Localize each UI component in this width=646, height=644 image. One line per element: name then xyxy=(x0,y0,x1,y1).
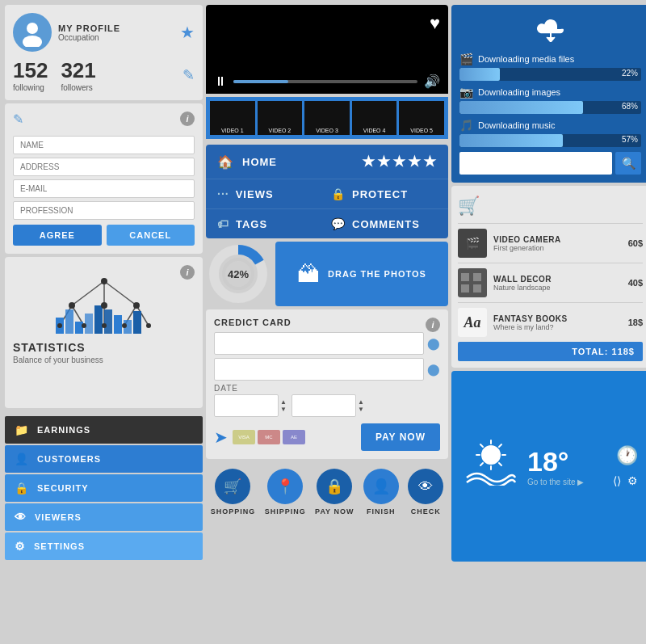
shop-header: 🛒 xyxy=(458,192,643,223)
cc-year-arrows[interactable]: ▲▼ xyxy=(358,398,364,413)
item-0-desc: First generation xyxy=(493,244,622,252)
landscape-icon: 🏔 xyxy=(297,261,320,288)
statistics-card: i xyxy=(5,257,203,408)
weather-social-icons: ⟨⟩ ⚙ xyxy=(613,474,638,487)
nav-comments[interactable]: 💬 COMMENTS xyxy=(331,217,437,230)
svg-line-40 xyxy=(480,463,483,465)
card-logos: VISA MC AE xyxy=(233,430,305,444)
settings-icon[interactable]: ⚙ xyxy=(627,474,638,487)
card-logo-1: VISA xyxy=(233,430,255,444)
shopping-step[interactable]: 🛒 SHOPPING xyxy=(211,469,256,516)
svg-line-39 xyxy=(499,444,501,447)
dl-music-bar: 57% xyxy=(459,134,641,147)
dl-images-item: 📷 Downloading images 68% xyxy=(459,86,641,114)
card-logo-3: AE xyxy=(283,430,305,444)
name-input[interactable] xyxy=(13,136,195,154)
address-input[interactable] xyxy=(13,158,195,176)
svg-point-1 xyxy=(23,36,42,47)
statistics-graphic xyxy=(40,265,169,338)
pay-now-button[interactable]: PAY NOW xyxy=(361,423,440,451)
check-step[interactable]: 👁 CHECK xyxy=(408,469,443,516)
menu-earnings[interactable]: 📁 EARNINGS xyxy=(5,416,203,444)
agree-button[interactable]: AGREE xyxy=(13,225,102,246)
svg-rect-14 xyxy=(94,305,103,334)
search-button[interactable]: 🔍 xyxy=(615,152,641,175)
cc-name-input[interactable] xyxy=(214,358,424,381)
item-0-name: VIDEO CAMERA xyxy=(493,235,622,244)
cc-month-arrows[interactable]: ▲▼ xyxy=(280,398,287,413)
shipping-step[interactable]: 📍 SHIPPING xyxy=(265,469,306,516)
cart-icon: 🛒 xyxy=(458,196,480,217)
edit-icon[interactable]: ✎ xyxy=(182,66,195,84)
item-1-desc: Nature landscape xyxy=(493,284,622,292)
cc-radio-2[interactable]: ⬤ xyxy=(427,363,440,376)
thumb-5[interactable]: VIDEO 5 xyxy=(399,101,444,135)
star-icon: ★ xyxy=(180,23,195,42)
item-1-info: WALL DECOR Nature landscape xyxy=(493,275,622,292)
dl-images-fill xyxy=(459,101,583,114)
profession-input[interactable] xyxy=(13,201,195,220)
svg-point-25 xyxy=(102,323,107,328)
heart-icon[interactable]: ♥ xyxy=(430,13,440,34)
drag-photos-box[interactable]: 🏔 DRAG THE PHOTOS xyxy=(275,242,448,306)
donut-drag-row: 42% 🏔 DRAG THE PHOTOS xyxy=(206,242,448,306)
video-thumbnails: VIDEO 1 VIDEO 2 VIDEO 3 VIDEO 4 VIDEO 5 xyxy=(206,97,448,139)
thumb-3[interactable]: VIDEO 3 xyxy=(304,101,350,135)
email-input[interactable] xyxy=(13,179,195,198)
item-2-info: FANTASY BOOKS Where is my land? xyxy=(493,314,622,331)
cc-month-input[interactable] xyxy=(214,394,279,417)
dl-music-pct: 57% xyxy=(622,135,638,144)
menu-customers[interactable]: 👤 CUSTOMERS xyxy=(5,445,203,473)
seek-bar[interactable] xyxy=(233,80,417,83)
volume-icon[interactable]: 🔊 xyxy=(424,74,440,89)
nav-views[interactable]: ··· VIEWS xyxy=(217,187,323,200)
cc-date-label: DATE xyxy=(214,384,440,393)
cc-year-input[interactable] xyxy=(292,394,356,417)
menu-settings[interactable]: ⚙ SETTINGS xyxy=(5,532,203,560)
credit-card-form: CREDICT CARD i ⬤ ⬤ DATE ▲▼ ▲▼ xyxy=(206,309,448,459)
svg-point-23 xyxy=(57,323,62,328)
statistics-title: STATISTICS xyxy=(13,341,195,354)
cc-radio-1[interactable]: ⬤ xyxy=(427,337,440,350)
nav-protect[interactable]: 🔒 PROTECT xyxy=(331,187,437,200)
nav-home[interactable]: 🏠 HOME ★ ★ ★ ★ ★ xyxy=(206,145,448,179)
comments-icon: 💬 xyxy=(331,217,346,230)
svg-point-21 xyxy=(101,302,107,309)
thumb-1[interactable]: VIDEO 1 xyxy=(210,101,255,135)
cc-number-input[interactable] xyxy=(214,332,424,355)
share-icon[interactable]: ⟨⟩ xyxy=(613,474,621,487)
dl-media-fill xyxy=(459,68,500,81)
finish-icon: 👤 xyxy=(363,469,399,504)
cc-number-row: ⬤ xyxy=(214,332,440,355)
cc-info-icon[interactable]: i xyxy=(426,318,440,332)
submit-arrow-icon[interactable]: ➤ xyxy=(214,427,228,447)
nav-tags[interactable]: 🏷 TAGS xyxy=(217,217,323,230)
info-icon[interactable]: i xyxy=(180,112,195,126)
finish-step[interactable]: 👤 FINISH xyxy=(363,469,399,516)
menu-security[interactable]: 🔒 SECURITY xyxy=(5,474,203,502)
paynow-step[interactable]: 🔒 PAY NOW xyxy=(315,469,354,516)
download-search-input[interactable] xyxy=(459,152,612,175)
svg-rect-15 xyxy=(104,309,112,334)
svg-point-0 xyxy=(27,23,38,34)
shop-item-1: WALL DECOR Nature landscape 40$ xyxy=(458,263,643,302)
nav-menu: 🏠 HOME ★ ★ ★ ★ ★ ··· VIEWS 🔒 PROTECT xyxy=(206,145,448,238)
gear-icon: ⚙ xyxy=(15,540,26,553)
avatar xyxy=(13,13,52,52)
menu-items: 📁 EARNINGS 👤 CUSTOMERS 🔒 SECURITY 👁 VIEW… xyxy=(5,416,203,562)
svg-point-22 xyxy=(133,302,140,309)
thumb-4[interactable]: VIDEO 4 xyxy=(352,101,397,135)
weather-sun-icon xyxy=(463,437,519,495)
stats-info-icon[interactable]: i xyxy=(180,265,195,280)
followers-count: 321 xyxy=(61,58,95,82)
pause-button[interactable]: ⏸ xyxy=(214,74,227,89)
donut-percentage: 42% xyxy=(228,268,249,280)
cancel-button[interactable]: CANCEL xyxy=(107,225,195,246)
item-1-price: 40$ xyxy=(628,278,643,288)
menu-viewers[interactable]: 👁 VIEWERS xyxy=(5,503,203,531)
weather-link[interactable]: Go to the site ▶ xyxy=(527,478,605,486)
folder-icon: 📁 xyxy=(15,423,29,436)
thumb-2[interactable]: VIDEO 2 xyxy=(258,101,303,135)
right-column: 🎬 Downloading media files 22% 📷 Download… xyxy=(451,5,646,562)
total-row: TOTAL: 118$ xyxy=(458,342,643,361)
